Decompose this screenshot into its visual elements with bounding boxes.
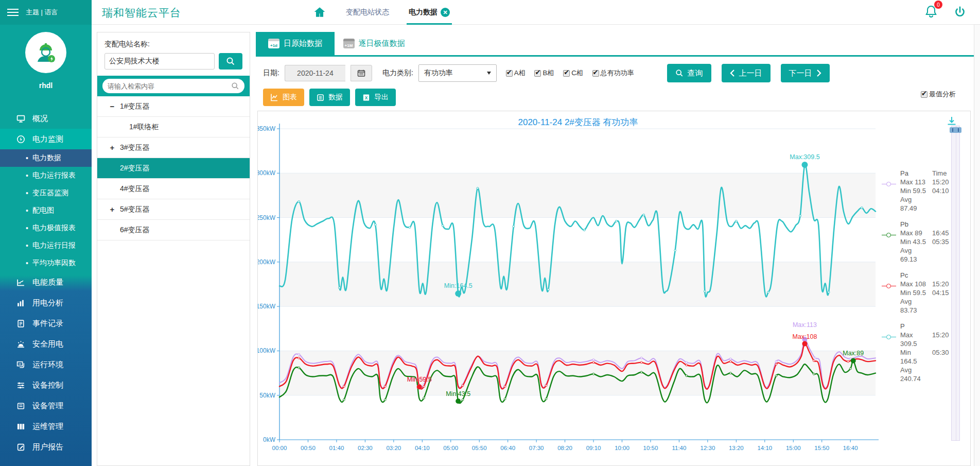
- page-title: 瑞和智能云平台: [102, 6, 181, 20]
- sidebar-subitem-power-data[interactable]: •电力数据: [0, 149, 92, 167]
- quality-chart-icon: [16, 278, 25, 287]
- checkbox-icon: [563, 70, 570, 77]
- sidebar-item-overview[interactable]: 概况: [0, 108, 92, 129]
- theme-language-link[interactable]: 主题 | 语言: [26, 8, 58, 17]
- edit-report-icon: [16, 443, 25, 452]
- sidebar-item-energy-quality[interactable]: 电能质量: [0, 272, 92, 292]
- svg-text:X: X: [365, 95, 368, 100]
- filter-row: 日期: 2020-11-24 电力类别: 有功功率 A相 B相 C相 总有功功率…: [256, 57, 975, 82]
- gauge-icon: [16, 360, 25, 369]
- next-day-button[interactable]: 下一日: [781, 64, 830, 82]
- hamburger-menu-icon[interactable]: [7, 7, 19, 18]
- expand-icon[interactable]: +: [109, 143, 116, 152]
- search-icon: [231, 82, 239, 90]
- topbar-right: 0: [924, 0, 967, 25]
- sidebar-subitem-distribution-diagram[interactable]: •配电图: [0, 202, 92, 219]
- sidebar-subitem-avg-power-factor[interactable]: •平均功率因数: [0, 254, 92, 272]
- close-tab-icon[interactable]: ✕: [441, 8, 450, 17]
- pb-series-marker-icon: [882, 233, 896, 237]
- station-search-button[interactable]: [219, 53, 242, 70]
- worker-avatar-icon: [32, 39, 59, 66]
- sidebar-item-environment[interactable]: 运行环境: [0, 354, 92, 375]
- sidebar-item-event-record[interactable]: 事件记录: [0, 313, 92, 334]
- data-list-icon: [317, 94, 324, 101]
- power-circle-icon: [16, 135, 25, 144]
- tree-filter-input[interactable]: [108, 82, 231, 90]
- checkbox-icon: [534, 70, 541, 77]
- tab-daily-extreme-data[interactable]: +1M 逐日极值数据: [335, 32, 413, 55]
- topbar: 瑞和智能云平台 变配电站状态 电力数据 ✕ 0: [92, 0, 980, 25]
- chart-view-button[interactable]: 图表: [263, 89, 304, 106]
- svg-text:02:30: 02:30: [358, 445, 373, 451]
- station-tree-panel: 变配电站名称: − 1#变压器 1#联络柜 + 3#变压器 2#变压器 4#变压…: [97, 32, 250, 466]
- pc-series-marker-icon: [882, 284, 896, 288]
- svg-text:Max:309.5: Max:309.5: [790, 153, 819, 161]
- search-icon: [226, 57, 235, 66]
- svg-text:00:00: 00:00: [272, 445, 287, 451]
- date-input[interactable]: 2020-11-24: [285, 65, 345, 81]
- power-logout-icon[interactable]: [953, 6, 967, 19]
- previous-day-button[interactable]: 上一日: [722, 64, 771, 82]
- nav-tab-power-data[interactable]: 电力数据 ✕: [409, 0, 450, 25]
- sidebar-subitem-power-report[interactable]: •电力运行报表: [0, 167, 92, 184]
- sidebar-item-user-report[interactable]: 用户报告: [0, 437, 92, 457]
- checkbox-phase-c[interactable]: C相: [563, 68, 583, 78]
- stat-block-pb: Pb Max 8916:45 Min 43.505:35 Avg 69.13: [882, 220, 954, 264]
- sidebar-item-device-management[interactable]: 设备管理: [0, 395, 92, 416]
- tree-node-tie-cabinet1[interactable]: 1#联络柜: [97, 117, 250, 137]
- svg-text:05:50: 05:50: [472, 445, 487, 451]
- svg-text:10:50: 10:50: [643, 445, 658, 451]
- sidebar-subitem-extreme-report[interactable]: •电力极值报表: [0, 219, 92, 237]
- svg-text:150kW: 150kW: [258, 303, 276, 310]
- document-icon: [16, 319, 25, 328]
- stat-block-pa: PaTime Max 11315:20 Min 59.504:10 Avg 87…: [882, 169, 954, 213]
- zoom-slider-handle[interactable]: [950, 127, 961, 133]
- checkbox-icon: [921, 91, 927, 98]
- sidebar-item-power-monitor[interactable]: 电力监测: [0, 129, 92, 149]
- checkbox-phase-b[interactable]: B相: [534, 68, 554, 78]
- power-category-select[interactable]: 有功功率: [418, 64, 497, 82]
- sliders-icon: [16, 381, 25, 390]
- tab-daily-raw-data[interactable]: +1d 日原始数据: [256, 32, 335, 55]
- y-axis-zoom-slider[interactable]: [951, 126, 960, 441]
- nav-tab-substation-status[interactable]: 变配电站状态: [346, 0, 389, 25]
- query-button[interactable]: 查询: [667, 64, 711, 82]
- svg-text:08:20: 08:20: [557, 445, 572, 451]
- export-button[interactable]: X 导出: [355, 89, 396, 106]
- calendar-picker-button[interactable]: [351, 65, 372, 81]
- extreme-analysis-checkbox[interactable]: 最值分析: [921, 90, 956, 99]
- stat-block-p: P Max 309.515:20 Min 164.505:30 Avg 240.…: [882, 322, 954, 383]
- page-scrollbar[interactable]: [974, 25, 980, 466]
- sidebar-header: 主题 | 语言: [0, 0, 92, 25]
- sidebar-item-usage-analysis[interactable]: 用电分析: [0, 292, 92, 313]
- notification-bell[interactable]: 0: [924, 4, 938, 21]
- power-chart[interactable]: 0kW50kW100kW150kW200kW250kW300kW350kW00:…: [258, 111, 970, 465]
- home-icon[interactable]: [313, 6, 326, 19]
- svg-text:100kW: 100kW: [258, 347, 276, 354]
- svg-text:250kW: 250kW: [258, 214, 276, 221]
- station-name-input[interactable]: [104, 53, 215, 70]
- svg-text:350kW: 350kW: [258, 125, 276, 132]
- avatar[interactable]: [25, 32, 66, 73]
- tree-node-transformer5[interactable]: + 5#变压器: [97, 199, 250, 220]
- tree-node-transformer2[interactable]: 2#变压器: [97, 158, 250, 179]
- svg-text:Min:59.5: Min:59.5: [407, 376, 432, 383]
- excel-export-icon: X: [362, 94, 370, 101]
- tree-node-transformer4[interactable]: 4#变压器: [97, 179, 250, 199]
- tree-node-transformer1[interactable]: − 1#变压器: [97, 96, 250, 117]
- sidebar-subitem-transformer-monitor[interactable]: •变压器监测: [0, 184, 92, 202]
- data-view-button[interactable]: 数据: [309, 89, 350, 106]
- category-label: 电力类别:: [382, 68, 413, 78]
- tree-node-transformer6[interactable]: 6#变压器: [97, 220, 250, 240]
- chevron-down-icon: [487, 72, 491, 75]
- checkbox-total-active-power[interactable]: 总有功功率: [592, 68, 634, 78]
- sidebar-subitem-daily-report[interactable]: •电力运行日报: [0, 237, 92, 254]
- collapse-icon[interactable]: −: [109, 102, 116, 111]
- tree-search-strip: [97, 76, 250, 96]
- checkbox-phase-a[interactable]: A相: [506, 68, 526, 78]
- sidebar-item-ops-management[interactable]: 运维管理: [0, 416, 92, 437]
- sidebar-item-device-control[interactable]: 设备控制: [0, 375, 92, 395]
- tree-node-transformer3[interactable]: + 3#变压器: [97, 137, 250, 158]
- sidebar-item-safe-power[interactable]: 安全用电: [0, 334, 92, 354]
- expand-icon[interactable]: +: [109, 205, 116, 214]
